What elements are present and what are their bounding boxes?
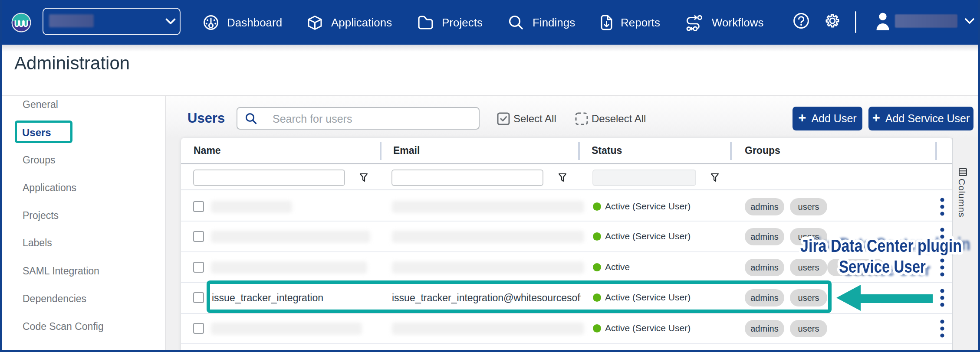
svg-text:Service User: Service User: [839, 257, 926, 277]
svg-text:Jira Data Center plugin: Jira Data Center plugin: [800, 236, 962, 256]
